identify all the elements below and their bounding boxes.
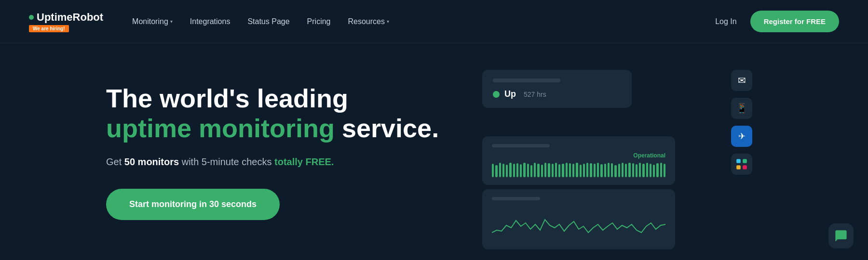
hero-title: The world's leading uptime monitoring se… — [106, 83, 453, 143]
login-button[interactable]: Log In — [715, 17, 736, 26]
monitor-card-chart — [482, 189, 675, 249]
chat-bubble-button[interactable] — [828, 223, 854, 248]
navbar: UptimeRobot We are hiring! Monitoring ▾ … — [0, 0, 868, 43]
svg-rect-3 — [743, 165, 747, 169]
status-up-text: Up — [504, 89, 516, 99]
telegram-icon: ✈ — [731, 126, 752, 147]
op-url-bar — [492, 144, 550, 147]
hiring-badge[interactable]: We are hiring! — [29, 25, 69, 32]
register-button[interactable]: Register for FREE — [750, 11, 839, 32]
chevron-down-icon: ▾ — [387, 19, 389, 24]
chart-url-bar — [492, 197, 540, 200]
monitor-card-operational: Operational — [482, 136, 675, 185]
url-bar — [493, 78, 560, 82]
nav-right: Log In Register for FREE — [715, 11, 839, 32]
title-white: service. — [335, 114, 439, 143]
subtitle-monitors: 50 monitors — [124, 156, 179, 167]
nav-monitoring[interactable]: Monitoring ▾ — [132, 17, 173, 26]
slack-icon — [731, 154, 752, 175]
response-time-chart — [492, 206, 665, 240]
dashboard-mockup: Up 527 hrs ✉ 📱 ✈ Operational — [482, 60, 752, 243]
nav-integrations[interactable]: Integrations — [190, 17, 231, 26]
logo-area[interactable]: UptimeRobot We are hiring! — [29, 11, 103, 32]
subtitle-prefix: Get — [106, 156, 124, 167]
logo[interactable]: UptimeRobot — [29, 11, 103, 24]
email-icon: ✉ — [731, 70, 752, 91]
nav-pricing[interactable]: Pricing — [307, 17, 331, 26]
status-row: Up 527 hrs — [493, 89, 621, 99]
logo-text: UptimeRobot — [37, 11, 103, 24]
chevron-down-icon: ▾ — [170, 19, 173, 24]
uptime-bars — [492, 163, 665, 177]
svg-rect-2 — [736, 165, 741, 169]
cta-button[interactable]: Start monitoring in 30 seconds — [106, 189, 280, 220]
hero-subtitle: Get 50 monitors with 5-minute checks tot… — [106, 156, 453, 168]
svg-rect-1 — [743, 159, 747, 163]
phone-icon: 📱 — [731, 98, 752, 119]
operational-label: Operational — [492, 152, 665, 159]
title-line1: The world's leading — [106, 84, 348, 113]
title-green: uptime monitoring — [106, 114, 335, 143]
monitor-card-up: Up 527 hrs — [482, 70, 632, 108]
nav-status-page[interactable]: Status Page — [247, 17, 289, 26]
status-dot-green — [493, 91, 500, 98]
subtitle-free: totally FREE. — [274, 156, 334, 167]
svg-rect-0 — [736, 159, 741, 163]
subtitle-mid: with 5-minute checks — [179, 156, 274, 167]
nav-resources[interactable]: Resources ▾ — [348, 17, 389, 26]
hero-left: The world's leading uptime monitoring se… — [106, 83, 453, 220]
notification-icons: ✉ 📱 ✈ — [731, 70, 752, 175]
nav-links: Monitoring ▾ Integrations Status Page Pr… — [132, 17, 715, 26]
logo-dot — [29, 15, 34, 20]
chat-icon — [834, 229, 848, 243]
status-hrs: 527 hrs — [524, 91, 546, 98]
hero-section: The world's leading uptime monitoring se… — [0, 43, 868, 260]
